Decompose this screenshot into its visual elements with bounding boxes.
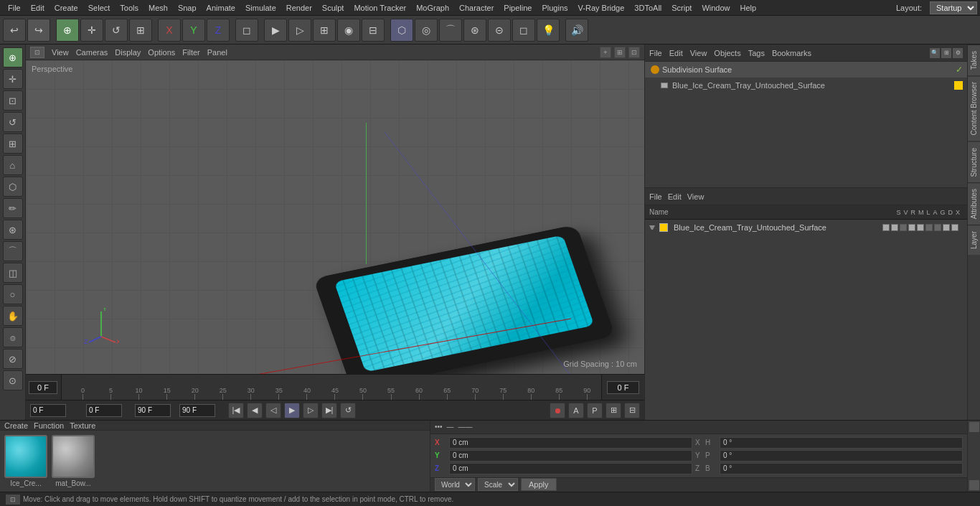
menu-motion-tracker[interactable]: Motion Tracker: [349, 2, 411, 14]
render-picture[interactable]: ▷: [288, 19, 311, 42]
menu-simulate[interactable]: Simulate: [240, 2, 281, 14]
left-tool-knife[interactable]: ⊘: [3, 349, 23, 369]
material-item-1[interactable]: Ice_Cre...: [4, 435, 47, 487]
left-tool-pointer[interactable]: ⊕: [3, 47, 23, 67]
pb-step-back[interactable]: ◀: [247, 403, 263, 418]
obj-search-icon[interactable]: 🔍: [930, 48, 940, 58]
obj-header-edit[interactable]: Edit: [669, 49, 683, 57]
left-tool-grab[interactable]: ✋: [3, 306, 23, 326]
left-tool-rotate[interactable]: ↺: [3, 112, 23, 132]
menu-select[interactable]: Select: [83, 2, 116, 14]
tab-attributes[interactable]: Attributes: [968, 182, 980, 225]
interactive-render[interactable]: ◉: [337, 19, 360, 42]
obj-expand-icon[interactable]: ⊞: [941, 48, 951, 58]
tab-layer[interactable]: Layer: [968, 225, 980, 255]
pb-play-fwd[interactable]: ▶: [284, 403, 300, 418]
effector-btn[interactable]: ⊝: [488, 19, 511, 42]
menu-create[interactable]: Create: [50, 2, 83, 14]
left-tool-mirror[interactable]: ◫: [3, 263, 23, 283]
pb-play-back[interactable]: ◁: [265, 403, 281, 418]
left-tool-surface[interactable]: ○: [3, 284, 23, 304]
coord-h-rot[interactable]: [720, 437, 963, 449]
left-tool-soft[interactable]: ⌾: [3, 327, 23, 347]
mode-scale[interactable]: ⊞: [129, 19, 152, 42]
menu-file[interactable]: File: [3, 2, 26, 14]
attr-data-row[interactable]: Blue_Ice_Cream_Tray_Untouched_Surface: [645, 220, 967, 235]
left-tool-polygon[interactable]: ⬡: [3, 177, 23, 197]
mat-header-create[interactable]: Create: [4, 421, 28, 430]
add-to-render[interactable]: ⊟: [362, 19, 385, 42]
obj-header-bookmarks[interactable]: Bookmarks: [772, 49, 811, 57]
menu-tools[interactable]: Tools: [115, 2, 143, 14]
menu-mesh[interactable]: Mesh: [143, 2, 173, 14]
menu-3dtoall[interactable]: 3DToAll: [629, 2, 666, 14]
menu-character[interactable]: Character: [454, 2, 499, 14]
obj-tree-row-subdiv[interactable]: Subdivision Surface ✓: [645, 62, 967, 78]
mat-header-texture[interactable]: Texture: [70, 421, 95, 430]
scroll-up-btn[interactable]: [969, 422, 979, 432]
coord-b-rot[interactable]: [720, 463, 963, 474]
menu-sculpt[interactable]: Sculpt: [317, 2, 349, 14]
menu-mograph[interactable]: MoGraph: [411, 2, 454, 14]
menu-plugins[interactable]: Plugins: [537, 2, 573, 14]
left-tool-edge[interactable]: ⌒: [3, 241, 23, 261]
scroll-down-btn[interactable]: [969, 480, 979, 490]
obj-header-view[interactable]: View: [690, 49, 707, 57]
pb-frame-end2[interactable]: [179, 404, 215, 417]
tab-takes[interactable]: Takes: [968, 44, 980, 75]
viewport-menu-view[interactable]: View: [52, 48, 69, 57]
pb-go-end[interactable]: ▶|: [321, 403, 337, 418]
coord-x-pos[interactable]: [449, 437, 692, 449]
pb-go-start[interactable]: |◀: [228, 403, 244, 418]
pb-record[interactable]: ⏺: [550, 403, 565, 418]
pb-frame-end1[interactable]: [135, 404, 171, 417]
menu-help[interactable]: Help: [735, 2, 762, 14]
menu-snap[interactable]: Snap: [173, 2, 202, 14]
pb-auto[interactable]: A: [568, 403, 584, 418]
obj-header-objects[interactable]: Objects: [714, 49, 740, 57]
attr-header-file[interactable]: File: [649, 192, 662, 201]
coord-p-rot[interactable]: [720, 450, 963, 462]
pb-step-fwd[interactable]: ▷: [303, 403, 319, 418]
scale-select[interactable]: Scale: [478, 478, 518, 491]
pb-frame-current[interactable]: [86, 404, 122, 417]
viewport-menu-display[interactable]: Display: [115, 48, 141, 57]
pb-sound-btn[interactable]: ⊟: [624, 403, 640, 418]
timeline-frame-input[interactable]: [29, 381, 57, 394]
pb-preview[interactable]: P: [587, 403, 603, 418]
menu-vray[interactable]: V-Ray Bridge: [573, 2, 630, 14]
mode-move[interactable]: ✛: [80, 19, 103, 42]
tab-content-browser[interactable]: Content Browser: [968, 75, 980, 141]
menu-edit[interactable]: Edit: [26, 2, 50, 14]
mode-object[interactable]: ⊕: [56, 19, 79, 42]
attr-header-edit[interactable]: Edit: [668, 192, 682, 201]
pb-loop[interactable]: ↺: [340, 403, 356, 418]
layout-select[interactable]: Startup: [930, 1, 977, 14]
deformer-btn[interactable]: ⊛: [463, 19, 486, 42]
render-view[interactable]: ▶: [264, 19, 287, 42]
axis-z[interactable]: Z: [207, 19, 230, 42]
timeline-ruler[interactable]: 0 5 10 15 20 25 30 35 40 45 50 55 60 65: [62, 375, 601, 400]
obj-header-tags[interactable]: Tags: [748, 49, 765, 57]
menu-animate[interactable]: Animate: [202, 2, 240, 14]
menu-script[interactable]: Script: [666, 2, 697, 14]
world-select[interactable]: World: [435, 478, 475, 491]
attr-header-view[interactable]: View: [687, 192, 705, 201]
vp-ctrl-3[interactable]: ⊡: [628, 47, 640, 58]
render-multi[interactable]: ⊞: [313, 19, 336, 42]
vp-ctrl-2[interactable]: ⊞: [614, 47, 626, 58]
menu-window[interactable]: Window: [697, 2, 735, 14]
obj-header-file[interactable]: File: [649, 49, 662, 57]
left-tool-transform[interactable]: ✛: [3, 69, 23, 89]
coord-y-pos[interactable]: [449, 450, 692, 462]
left-tool-scale[interactable]: ⊞: [3, 133, 23, 154]
left-tool-extra[interactable]: ⊙: [3, 370, 23, 390]
coord-z-pos[interactable]: [449, 463, 692, 474]
obj-tree-row-mesh[interactable]: Blue_Ice_Cream_Tray_Untouched_Surface: [645, 78, 967, 93]
material-item-2[interactable]: mat_Bow...: [52, 435, 95, 487]
mat-header-function[interactable]: Function: [34, 421, 64, 430]
axis-x[interactable]: X: [158, 19, 181, 42]
obj-settings-icon[interactable]: ⚙: [953, 48, 963, 58]
perspective-btn[interactable]: ⬡: [390, 19, 413, 42]
left-tool-sculpt[interactable]: ⊛: [3, 220, 23, 240]
